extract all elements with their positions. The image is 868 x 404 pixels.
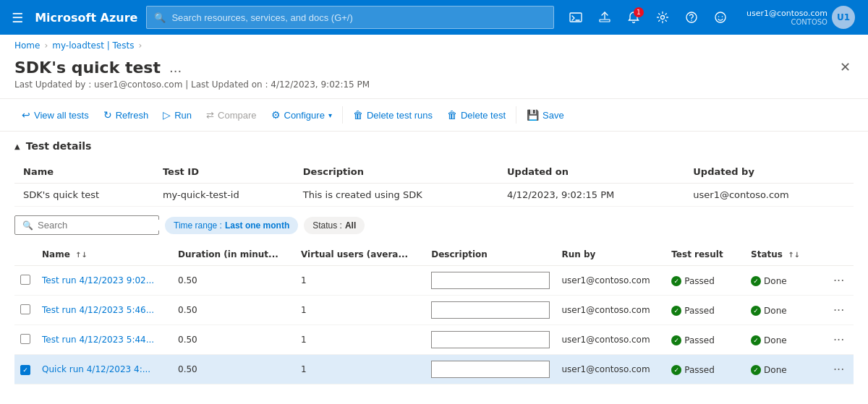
- delete-test-runs-button[interactable]: 🗑 Delete test runs: [346, 105, 440, 125]
- status-badge: ✓ Done: [751, 276, 787, 286]
- azure-brand-logo: Microsoft Azure: [35, 11, 137, 25]
- row-checkbox[interactable]: [20, 334, 30, 344]
- runs-table-row: Test run 4/12/2023 5:46... 0.50 1 user1@…: [14, 296, 854, 325]
- run-name-cell: Quick run 4/12/2023 4:...: [36, 355, 172, 384]
- status-filter[interactable]: Status : All: [304, 217, 365, 234]
- compare-button[interactable]: ⇄ Compare: [199, 106, 263, 125]
- settings-button[interactable]: [650, 4, 676, 30]
- runs-search-box[interactable]: 🔍: [14, 215, 159, 235]
- run-name-link[interactable]: Test run 4/12/2023 5:44...: [42, 335, 154, 345]
- runs-table-row: Test run 4/12/2023 9:02... 0.50 1 user1@…: [14, 266, 854, 296]
- delete-runs-icon: 🗑: [353, 109, 363, 121]
- hamburger-menu-button[interactable]: ☰: [9, 7, 26, 28]
- row-checkbox-cell[interactable]: [14, 266, 36, 296]
- col-header-virtual-users: Virtual users (avera...: [295, 244, 425, 266]
- run-status-cell: ✓ Done: [745, 296, 825, 325]
- svg-point-3: [660, 16, 664, 20]
- close-button[interactable]: ✕: [837, 56, 854, 78]
- test-details-row: SDK's quick test my-quick-test-id This i…: [14, 184, 854, 207]
- row-checkbox[interactable]: ✓: [20, 365, 30, 375]
- run-status-cell: ✓ Done: [745, 266, 825, 296]
- run-description-input[interactable]: [431, 301, 550, 319]
- run-description-input[interactable]: [431, 272, 550, 289]
- done-icon: ✓: [751, 306, 761, 316]
- col-header-status[interactable]: Status ↑↓: [745, 244, 825, 266]
- name-sort-icon: ↑↓: [75, 251, 88, 259]
- test-result-badge: ✓ Passed: [671, 276, 715, 286]
- col-header-run-name[interactable]: Name ↑↓: [36, 244, 172, 266]
- run-more-cell[interactable]: ···: [825, 325, 854, 355]
- run-name-link[interactable]: Test run 4/12/2023 5:46...: [42, 305, 154, 315]
- time-range-filter[interactable]: Time range : Last one month: [165, 217, 298, 234]
- run-description-cell[interactable]: [425, 355, 556, 384]
- run-virtual-users-cell: 1: [295, 266, 425, 296]
- passed-icon: ✓: [671, 276, 681, 286]
- detail-name: SDK's quick test: [14, 184, 154, 207]
- run-run-by-cell: user1@contoso.com: [556, 325, 665, 355]
- run-duration-cell: 0.50: [172, 266, 295, 296]
- run-description-input[interactable]: [431, 361, 550, 378]
- help-button[interactable]: [678, 4, 705, 30]
- run-more-button[interactable]: ···: [830, 272, 847, 289]
- user-account-menu[interactable]: user1@contoso.com CONTOSO U1: [742, 6, 859, 29]
- run-more-cell[interactable]: ···: [825, 355, 854, 384]
- configure-chevron-icon: ▾: [328, 111, 332, 119]
- run-more-button[interactable]: ···: [830, 332, 847, 348]
- status-label: Done: [764, 335, 787, 345]
- svg-point-4: [686, 12, 697, 22]
- save-button[interactable]: 💾 Save: [519, 105, 571, 125]
- run-name-link[interactable]: Test run 4/12/2023 9:02...: [42, 275, 154, 285]
- run-virtual-users-cell: 1: [295, 296, 425, 325]
- status-filter-label: Status :: [312, 220, 342, 231]
- passed-icon: ✓: [671, 365, 681, 375]
- section-collapse-icon: ▲: [14, 142, 20, 150]
- run-run-by-cell: user1@contoso.com: [556, 296, 665, 325]
- run-description-input[interactable]: [431, 331, 550, 348]
- notifications-button[interactable]: 1: [621, 4, 647, 30]
- detail-test-id: my-quick-test-id: [154, 184, 294, 207]
- run-test-result-cell: ✓ Passed: [665, 266, 745, 296]
- run-run-by-cell: user1@contoso.com: [556, 266, 665, 296]
- upload-button[interactable]: [592, 4, 618, 30]
- cloud-shell-button[interactable]: [563, 4, 589, 30]
- run-description-cell[interactable]: [425, 296, 556, 325]
- toolbar-divider: [342, 106, 343, 124]
- avatar: U1: [832, 6, 855, 29]
- save-label: Save: [542, 110, 564, 121]
- notifications-badge: 1: [634, 7, 644, 17]
- run-description-cell[interactable]: [425, 266, 556, 296]
- row-checkbox-cell[interactable]: [14, 296, 36, 325]
- delete-test-button[interactable]: 🗑 Delete test: [440, 105, 513, 125]
- svg-point-7: [718, 16, 720, 17]
- runs-table-row: Test run 4/12/2023 5:44... 0.50 1 user1@…: [14, 325, 854, 355]
- row-checkbox-cell[interactable]: [14, 325, 36, 355]
- run-more-cell[interactable]: ···: [825, 266, 854, 296]
- test-details-section: ▲ Test details Name Test ID Description …: [0, 132, 868, 215]
- view-all-tests-button[interactable]: ↩ View all tests: [14, 105, 96, 125]
- breadcrumb-home[interactable]: Home: [14, 40, 40, 51]
- page-title-more-button[interactable]: ...: [169, 60, 182, 75]
- global-search-input[interactable]: [171, 12, 546, 23]
- run-button[interactable]: ▷ Run: [156, 105, 199, 125]
- feedback-button[interactable]: [707, 4, 733, 30]
- run-more-button[interactable]: ···: [830, 302, 847, 319]
- row-checkbox[interactable]: [20, 275, 30, 285]
- refresh-button[interactable]: ↻ Refresh: [96, 105, 156, 125]
- global-search-box[interactable]: 🔍: [146, 6, 554, 29]
- run-description-cell[interactable]: [425, 325, 556, 355]
- breadcrumb-loadtest[interactable]: my-loadtest | Tests: [52, 40, 134, 51]
- test-details-header[interactable]: ▲ Test details: [14, 140, 854, 152]
- run-name-link[interactable]: Quick run 4/12/2023 4:...: [42, 364, 150, 374]
- run-more-button[interactable]: ···: [830, 361, 847, 378]
- delete-test-label: Delete test: [461, 110, 506, 121]
- done-icon: ✓: [751, 276, 761, 286]
- row-checkbox[interactable]: [20, 304, 30, 314]
- test-result-badge: ✓ Passed: [671, 306, 715, 316]
- row-checkbox-cell[interactable]: ✓: [14, 355, 36, 384]
- run-more-cell[interactable]: ···: [825, 296, 854, 325]
- configure-button[interactable]: ⚙ Configure ▾: [264, 105, 339, 125]
- breadcrumb-separator-1: ›: [44, 40, 48, 51]
- runs-search-input[interactable]: [38, 220, 159, 231]
- runs-table-header-row: Name ↑↓ Duration (in minut... Virtual us…: [14, 244, 854, 266]
- topnav-icon-group: 1: [563, 4, 733, 30]
